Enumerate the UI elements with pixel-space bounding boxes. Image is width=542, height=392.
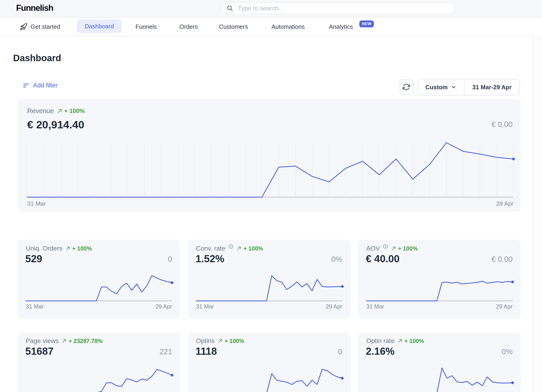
card-label: Uniq. Orders: [26, 245, 62, 252]
optins-card: Optins + 100% 1118 0 31 Mar 29 Apr: [188, 332, 351, 392]
change-value: + 100%: [64, 107, 85, 114]
nav-label: Orders: [179, 23, 198, 30]
change-value: + 100%: [398, 245, 418, 252]
card-value: 1.52%: [195, 253, 224, 265]
date-range-label: 31 Mar-29 Apr: [472, 84, 512, 91]
card-label: Page views: [26, 337, 59, 345]
nav-item-customers[interactable]: Customers: [219, 17, 248, 36]
page-views-card: Page views + 23287.78% 51687 221 31 Mar …: [17, 332, 180, 392]
nav-label: Customers: [219, 23, 248, 30]
change-value: + 23287.78%: [69, 338, 103, 344]
card-value: € 20,914.40: [27, 118, 84, 131]
refresh-icon: [403, 83, 410, 91]
period-label: Custom: [425, 84, 448, 91]
refresh-button[interactable]: [399, 79, 414, 95]
change-value: + 100%: [404, 338, 424, 344]
nav-item-automations[interactable]: Automations: [271, 17, 305, 36]
trend-up-icon: [62, 338, 67, 343]
trend-up-icon: [65, 246, 70, 251]
new-badge: NEW: [359, 21, 374, 27]
nav-item-analytics[interactable]: Analytics NEW: [329, 17, 374, 36]
change-badge: + 23287.78%: [62, 338, 103, 344]
trend-up-icon: [218, 338, 223, 343]
uniq-orders-chart: [26, 273, 172, 303]
rocket-icon: [20, 23, 27, 31]
page-views-chart: [26, 365, 172, 392]
card-secondary-value: 0: [338, 347, 342, 356]
search-input[interactable]: [237, 5, 450, 12]
add-filter-button[interactable]: Add filter: [22, 82, 58, 89]
search-icon: [226, 5, 233, 12]
change-badge: + 100%: [57, 107, 85, 114]
nav-label: Get started: [31, 23, 60, 30]
optin-rate-card: Optin rate + 100% 2.16% 0% 31 Mar 29 Apr: [358, 332, 521, 392]
page-title: Dashboard: [13, 53, 61, 63]
nav-label: Funnels: [136, 23, 157, 30]
card-value: 529: [25, 253, 42, 265]
conv-rate-chart: [196, 273, 342, 303]
card-value: 2.16%: [366, 346, 395, 357]
axis-label-end: 29 Apr: [496, 200, 514, 207]
date-range-control: Custom 31 Mar-29 Apr: [417, 79, 520, 95]
change-badge: + 100%: [218, 338, 244, 344]
funnelish-logo[interactable]: Funnelish: [16, 3, 53, 13]
card-secondary-value: € 0.00: [491, 255, 513, 264]
info-icon[interactable]: [228, 244, 233, 249]
change-value: + 100%: [243, 245, 263, 252]
trend-up-icon: [391, 246, 396, 251]
filter-icon: [22, 82, 30, 89]
conv-rate-card: Conv. rate + 100% 1.52% 0% 31 Mar 29 Apr: [188, 240, 351, 319]
axis-label-start: 31 Mar: [26, 303, 44, 310]
card-label: Optins: [196, 337, 215, 345]
card-label: AOV: [366, 245, 380, 252]
nav-label: Automations: [271, 23, 305, 30]
change-badge: + 100%: [237, 245, 263, 252]
search-box[interactable]: [220, 2, 455, 14]
change-badge: + 100%: [397, 338, 424, 344]
nav-item-dashboard[interactable]: Dashboard: [77, 20, 122, 33]
card-secondary-value: 221: [159, 347, 172, 356]
nav-item-orders[interactable]: Orders: [179, 17, 198, 36]
top-bar: Funnelish: [0, 0, 542, 17]
card-secondary-value: 0%: [331, 255, 342, 264]
axis-label-start: 31 Mar: [366, 303, 384, 310]
uniq-orders-card: Uniq. Orders + 100% 529 0 31 Mar 29 Apr: [17, 240, 180, 319]
aov-card: AOV + 100% € 40.00 € 0.00 31 Mar 29 Apr: [358, 240, 521, 319]
scrollbar-track[interactable]: [532, 36, 542, 392]
optin-rate-chart: [366, 365, 513, 392]
change-badge: + 100%: [65, 245, 92, 252]
nav-item-get-started[interactable]: Get started: [20, 17, 60, 36]
change-value: + 100%: [72, 245, 92, 252]
axis-label-start: 31 Mar: [27, 200, 46, 207]
info-icon[interactable]: [383, 244, 388, 249]
period-dropdown[interactable]: Custom: [418, 79, 465, 95]
card-value: € 40.00: [366, 253, 400, 265]
date-range-button[interactable]: 31 Mar-29 Apr: [465, 79, 520, 95]
aov-chart: [366, 273, 513, 303]
card-secondary-value: 0: [168, 255, 172, 264]
card-value: 51687: [25, 346, 53, 357]
card-label: Revenue: [27, 107, 54, 115]
change-badge: + 100%: [391, 245, 418, 252]
nav-item-funnels[interactable]: Funnels: [136, 17, 157, 36]
card-secondary-value: 0%: [502, 347, 513, 356]
card-label: Optin rate: [366, 337, 395, 345]
revenue-chart: [27, 143, 514, 199]
chevron-down-icon: [451, 84, 457, 90]
trend-up-icon: [397, 338, 403, 343]
main-nav: Get started Dashboard Funnels Orders Cus…: [0, 17, 542, 36]
trend-up-icon: [237, 246, 242, 251]
axis-label-end: 29 Apr: [326, 303, 342, 310]
card-value: 1118: [195, 346, 217, 357]
add-filter-label: Add filter: [33, 82, 58, 89]
optins-chart: [196, 365, 342, 392]
change-value: + 100%: [225, 338, 244, 344]
funnelish-dashboard: { "brand": {"logo": "Funnelish"}, "searc…: [0, 0, 542, 392]
axis-label-end: 29 Apr: [496, 303, 513, 310]
card-label: Conv. rate: [196, 245, 225, 252]
nav-label: Analytics: [329, 23, 353, 30]
axis-label-start: 31 Mar: [196, 303, 214, 310]
nav-label: Dashboard: [85, 23, 114, 30]
revenue-card: Revenue + 100% € 20,914.40 € 0.00 31 Mar…: [17, 99, 521, 212]
trend-up-icon: [57, 108, 62, 114]
